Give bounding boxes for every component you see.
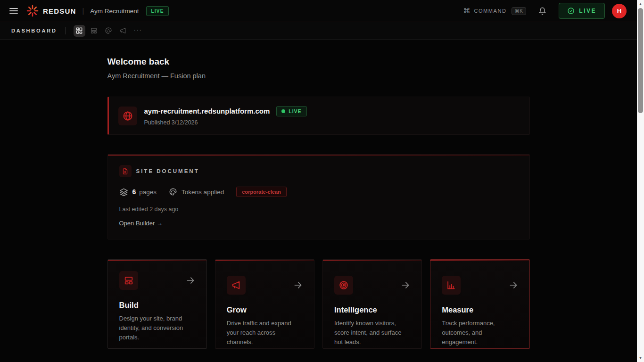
dashboard-toolbar: DASHBOARD: [0, 22, 637, 40]
feature-card-description: Track performance, outcomes, and engagem…: [442, 319, 518, 347]
feature-card-build[interactable]: Build Design your site, brand identity, …: [107, 259, 207, 349]
toolbar-more-button[interactable]: ···: [132, 25, 144, 37]
feature-card-title: Measure: [442, 305, 518, 314]
layout-icon: [90, 27, 98, 34]
document-icon: [122, 168, 129, 175]
open-builder-link[interactable]: Open Builder →: [119, 220, 163, 227]
document-icon-tile: [119, 165, 132, 177]
redsun-logo-icon: [26, 5, 39, 17]
site-domain[interactable]: aym-recruitment.redsunplatform.com: [144, 107, 270, 115]
megaphone-icon: [231, 280, 241, 290]
toolbar-separator: [65, 27, 66, 34]
globe-icon-tile: [118, 107, 137, 125]
command-icon: ⌘: [463, 7, 470, 15]
app-window: REDSUN | Aym Recruitment LIVE ⌘ COMMAND …: [0, 0, 637, 362]
megaphone-icon: [119, 27, 127, 34]
tab-design-tokens[interactable]: [103, 25, 115, 37]
tab-campaigns[interactable]: [117, 25, 129, 37]
feature-card-title: Intelligence: [334, 305, 410, 314]
bar-chart-icon: [446, 280, 456, 290]
feature-card-title: Grow: [227, 305, 303, 314]
palette-icon: [169, 188, 177, 196]
feature-card-title: Build: [119, 301, 195, 310]
card-accent-line: [323, 260, 421, 261]
scrollbar-thumb[interactable]: [638, 8, 643, 113]
topbar-divider: |: [83, 7, 84, 15]
topbar-right-group: ⌘ COMMAND ⌘K LIVE H: [463, 3, 627, 19]
megaphone-icon-tile: [227, 276, 246, 295]
scrollbar-down-arrow[interactable]: ▼: [637, 354, 644, 361]
command-label: COMMAND: [474, 8, 506, 14]
feature-card-grow[interactable]: Grow Drive traffic and expand your reach…: [215, 259, 314, 349]
page-title: Welcome back: [107, 57, 530, 67]
pages-count: 6: [132, 188, 136, 196]
published-site-card[interactable]: aym-recruitment.redsunplatform.com LIVE …: [107, 97, 530, 135]
card-accent-line: [430, 260, 529, 261]
site-live-badge: LIVE: [276, 106, 306, 116]
user-avatar[interactable]: H: [612, 4, 627, 18]
published-date: Published 3/12/2026: [144, 119, 307, 126]
scrollbar-up-arrow[interactable]: ▲: [637, 0, 644, 7]
layout-icon: [124, 275, 134, 286]
site-document-meta: 6 pages Tokens applied corporate-cle: [119, 187, 518, 197]
site-document-title: SITE DOCUMENT: [136, 168, 199, 174]
vertical-scrollbar[interactable]: ▲ ▼: [637, 0, 644, 362]
page-subtitle: Aym Recruitment — Fusion plan: [107, 72, 530, 80]
layers-icon: [119, 188, 128, 197]
target-icon: [339, 280, 349, 290]
bar-chart-icon-tile: [442, 276, 461, 295]
feature-card-grid: Build Design your site, brand identity, …: [107, 259, 530, 349]
pages-label: pages: [139, 189, 157, 196]
redsun-dashboard: REDSUN | Aym Recruitment LIVE ⌘ COMMAND …: [0, 0, 644, 362]
tab-dashboard-grid[interactable]: [74, 25, 85, 37]
live-status-button[interactable]: LIVE: [559, 3, 605, 19]
feature-card-description: Design your site, brand identity, and co…: [119, 314, 195, 342]
card-accent-line: [215, 260, 314, 261]
top-bar: REDSUN | Aym Recruitment LIVE ⌘ COMMAND …: [0, 0, 637, 22]
feature-card-measure[interactable]: Measure Track performance, outcomes, and…: [430, 259, 529, 349]
feature-card-description: Drive traffic and expand your reach acro…: [227, 319, 303, 347]
main-content: Welcome back Aym Recruitment — Fusion pl…: [107, 40, 530, 362]
brand-name: REDSUN: [43, 7, 76, 15]
site-document-card: SITE DOCUMENT 6 pages: [107, 154, 530, 239]
check-circle-icon: [567, 7, 575, 15]
feature-card-intelligence[interactable]: Intelligence Identify known visitors, sc…: [322, 259, 422, 349]
layout-icon-tile: [119, 271, 138, 290]
dashboard-grid-icon: [75, 27, 83, 34]
card-accent-line: [108, 260, 206, 261]
card-accent-line: [108, 155, 529, 156]
command-shortcut-badge: ⌘K: [512, 7, 527, 15]
target-icon-tile: [334, 276, 353, 295]
arrow-right-icon: [186, 276, 195, 285]
tab-builder[interactable]: [88, 25, 100, 37]
tokens-applied-label: Tokens applied: [182, 189, 224, 196]
command-palette-button[interactable]: ⌘ COMMAND: [463, 7, 506, 15]
toolbar-title: DASHBOARD: [11, 28, 57, 33]
arrow-right-icon: [293, 280, 303, 290]
arrow-right-icon: [509, 280, 518, 290]
globe-icon: [122, 110, 133, 122]
last-edited-text: Last edited 2 days ago: [119, 206, 518, 213]
ellipsis-icon: ···: [133, 25, 142, 33]
theme-chip[interactable]: corporate-clean: [236, 187, 287, 197]
arrow-right-icon: [401, 280, 410, 290]
workspace-live-badge: LIVE: [146, 6, 168, 16]
live-dot-icon: [281, 109, 285, 113]
hamburger-menu-icon[interactable]: [9, 8, 18, 14]
palette-icon: [105, 27, 112, 34]
notifications-bell-icon[interactable]: [538, 7, 546, 15]
feature-card-description: Identify known visitors, score intent, a…: [334, 319, 410, 347]
workspace-name[interactable]: Aym Recruitment: [90, 8, 139, 15]
live-button-label: LIVE: [579, 8, 596, 14]
